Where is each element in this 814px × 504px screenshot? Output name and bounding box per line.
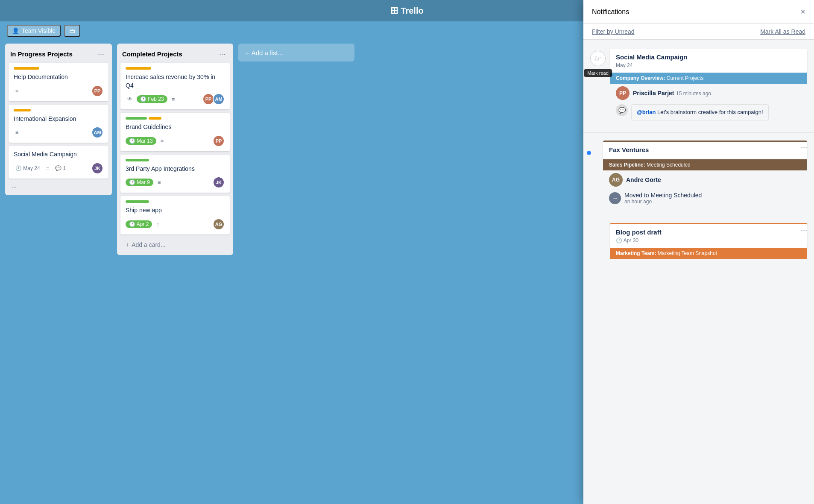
card-label-green	[126, 200, 149, 203]
card-social-media[interactable]: Social Media Campaign 🕐 May 24 ≡ 💬 1 JK	[9, 146, 108, 179]
logo-icon: ⊞	[390, 5, 398, 16]
notif-card-2[interactable]: Fax Ventures	[603, 141, 807, 159]
comment-area-1: 💬 @brian Let's brainstorm creative for t…	[610, 103, 807, 125]
notif-card-1[interactable]: Social Media Campaign May 24	[610, 49, 807, 73]
notif-person-row-2: AG Andre Gorte	[603, 170, 807, 189]
hand-icon: ☞	[594, 54, 601, 63]
commenter-time-1: 15 minutes ago	[676, 91, 711, 97]
card-3rd-party[interactable]: 3rd Party App Integrations 🕐 Mar 9 ≡ JK	[120, 155, 230, 193]
card-avatars: AM	[91, 126, 103, 138]
card-footer: 👁 🕐 Feb 23 ≡ PP AM	[126, 93, 225, 105]
card-footer: ≡ AM	[14, 126, 103, 138]
list-header: In Progress Projects ···	[9, 47, 108, 63]
card-avatars: PP	[213, 135, 225, 147]
team-visible-pill[interactable]: 👤 Team Visible	[7, 25, 61, 37]
move-info-2: Moved to Meeting Scheduled an hour ago	[624, 192, 702, 205]
due-badge: 🕐 Apr 2	[126, 220, 152, 228]
notif-board-label-2: Sales Pipeline: Meeting Scheduled	[603, 159, 807, 170]
mention-1: @brian	[637, 109, 656, 115]
mover-avatar-2: AG	[609, 173, 623, 187]
avatar-am: AM	[91, 126, 103, 138]
card-meta: ≡	[14, 87, 20, 95]
commenter-name-1: Priscilla Parjet	[633, 90, 674, 97]
card-title: Social Media Campaign	[14, 150, 103, 159]
desc-icon: ≡	[170, 95, 177, 103]
card-ship-new-app[interactable]: Ship new app 🕐 Apr 2 ≡ AG	[120, 196, 230, 234]
notif-card-3[interactable]: Blog post draft 🕐 Apr 30	[610, 223, 807, 248]
card-brand-guidelines[interactable]: Brand Guidelines 🕐 Mar 13 ≡ PP	[120, 113, 230, 151]
board-title: Team Visible	[22, 27, 56, 34]
card-intl-expansion[interactable]: International Expansion ≡ AM	[9, 105, 108, 143]
due-date: 🕐 May 24	[14, 164, 42, 172]
card-footer: 🕐 May 24 ≡ 💬 1 JK	[14, 162, 103, 174]
notif-options-2[interactable]: ···	[801, 143, 807, 152]
notification-1: ☞ Mark read Social Media Campaign May 24…	[583, 45, 814, 129]
list-menu-completed[interactable]: ···	[217, 49, 228, 59]
add-list-label: Add a list...	[252, 49, 283, 56]
notif-board-label-1: Company Overview: Current Projects	[610, 73, 807, 84]
card-title: Ship new app	[126, 206, 225, 215]
app-name: Trello	[401, 6, 423, 16]
notifications-header: Notifications ×	[583, 0, 814, 24]
board-menu-button[interactable]: 🗃	[64, 25, 80, 37]
notifications-title: Notifications	[592, 8, 629, 16]
card-meta: 👁 🕐 Feb 23 ≡	[126, 95, 176, 103]
card-meta: 🕐 Apr 2 ≡	[126, 220, 161, 228]
notif-options-3[interactable]: ···	[801, 225, 807, 234]
mark-all-read-button[interactable]: Mark All as Read	[760, 28, 805, 35]
card-increase-sales[interactable]: Increase sales revenue by 30% in Q4 👁 🕐 …	[120, 63, 230, 109]
move-row-2: → Moved to Meeting Scheduled an hour ago	[603, 189, 807, 207]
list-in-progress: In Progress Projects ··· Help Documentat…	[5, 44, 112, 195]
avatar-jk: JK	[213, 176, 225, 188]
card-meta: 🕐 Mar 13 ≡	[126, 137, 165, 145]
notif-card-title-2: Fax Ventures	[609, 146, 801, 153]
mark-read-button-1[interactable]: ☞ Mark read	[590, 51, 606, 66]
card-avatars: JK	[91, 162, 103, 174]
unread-dot-2	[587, 151, 591, 155]
add-card-button[interactable]: + Add a card...	[120, 238, 230, 252]
close-notifications-button[interactable]: ×	[800, 7, 805, 17]
card-footer: 🕐 Apr 2 ≡ AG	[126, 218, 225, 230]
add-list-button[interactable]: + Add a list...	[238, 44, 354, 62]
card-title: 3rd Party App Integrations	[126, 165, 225, 173]
notif-card-title-1: Social Media Campaign	[616, 53, 801, 61]
visibility-icon: 👤	[12, 27, 19, 34]
avatar-pp: PP	[91, 85, 103, 97]
move-text-2: Moved to Meeting Scheduled	[624, 192, 702, 199]
card-label	[14, 109, 31, 111]
filter-unread-button[interactable]: Filter by Unread	[592, 28, 635, 35]
list-bottom: ···	[9, 182, 108, 192]
comment-icon-1: 💬	[616, 104, 628, 116]
plus-icon: +	[126, 241, 129, 248]
card-meta: 🕐 Mar 9 ≡	[126, 179, 163, 187]
card-title: International Expansion	[14, 115, 103, 123]
desc-icon: ≡	[159, 137, 166, 145]
list-header-completed: Completed Projects ···	[120, 47, 230, 63]
notif-3-avatar-placeholder	[590, 223, 606, 238]
list-menu-button[interactable]: ···	[95, 49, 107, 59]
notifications-list: ☞ Mark read Social Media Campaign May 24…	[583, 40, 814, 504]
plus-icon: +	[245, 49, 249, 56]
notif-3-content: Blog post draft 🕐 Apr 30 Marketing Team:…	[610, 223, 807, 259]
notifications-panel: Notifications × Filter by Unread Mark Al…	[583, 0, 814, 504]
notif-2-content: Fax Ventures Sales Pipeline: Meeting Sch…	[603, 141, 807, 207]
notif-card-date-1: May 24	[616, 62, 801, 68]
move-icon-2: →	[609, 192, 621, 204]
notification-2: Fax Ventures Sales Pipeline: Meeting Sch…	[583, 136, 814, 211]
due-badge: 🕐 Mar 13	[126, 137, 156, 145]
list-title: In Progress Projects	[10, 50, 73, 58]
card-help-doc[interactable]: Help Documentation ≡ PP	[9, 63, 108, 101]
move-time-2: an hour ago	[624, 199, 702, 205]
card-avatars: JK	[213, 176, 225, 188]
comment-count: 💬 1	[53, 164, 67, 172]
card-label-green	[126, 159, 149, 161]
desc-icon: ≡	[156, 179, 163, 187]
card-footer: 🕐 Mar 13 ≡ PP	[126, 135, 225, 147]
notif-card-title-3: Blog post draft	[616, 229, 801, 236]
card-avatars: PP AM	[202, 93, 225, 105]
notif-person-row-1: PP Priscilla Parjet 15 minutes ago	[610, 84, 807, 103]
mark-read-tooltip: Mark read	[584, 69, 612, 77]
card-title: Increase sales revenue by 30% in Q4	[126, 73, 225, 90]
due-badge: 🕐 Mar 9	[126, 179, 153, 186]
avatar-ag: AG	[213, 218, 225, 230]
